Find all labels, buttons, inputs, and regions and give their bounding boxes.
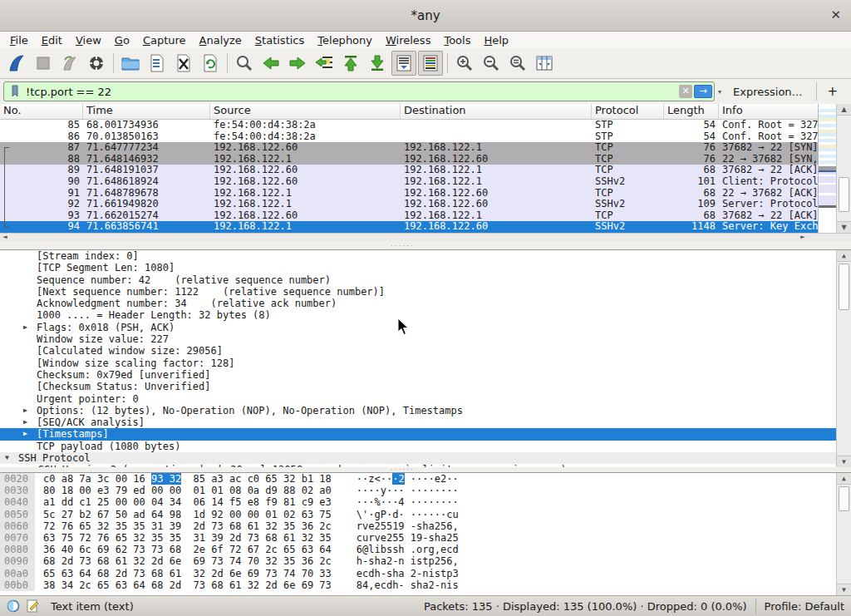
packet-row-91[interactable]: 9171.648789678192.168.122.1192.168.122.6… [0, 188, 818, 200]
collapsed-arrow-icon[interactable]: ▶ [23, 428, 27, 440]
detail-line[interactable]: ▶[SEQ/ACK analysis] [0, 416, 851, 428]
hex-row-0070[interactable]: 007063 75 72 76 65 32 35 35 31 39 2d 73 … [0, 532, 851, 544]
detail-line[interactable]: [Next sequence number: 1122 (relative se… [0, 286, 851, 298]
packet-row-93[interactable]: 9371.662015274192.168.122.60192.168.122.… [0, 210, 818, 222]
packet-list-minimap[interactable] [818, 104, 836, 233]
column-header-source[interactable]: Source [210, 104, 401, 119]
bytes-vscrollbar[interactable]: ▲ ▼ [836, 473, 851, 595]
hex-row-0030[interactable]: 003080 18 00 e3 79 ed 00 00 01 01 08 0a … [0, 485, 851, 496]
detail-line[interactable]: ▼SSH Protocol [0, 452, 851, 464]
scroll-up-arrow[interactable]: ▲ [837, 104, 851, 116]
stop-capture-button[interactable] [31, 51, 56, 76]
find-packet-button[interactable] [232, 51, 257, 76]
scroll-up-arrow[interactable]: ▲ [837, 250, 851, 262]
resize-columns-button[interactable] [532, 51, 557, 76]
scroll-down-arrow[interactable]: ▼ [837, 221, 851, 233]
hex-row-00b0[interactable]: 00b038 34 2c 65 63 64 68 2d 73 68 61 32 … [0, 579, 851, 591]
hex-row-00a0[interactable]: 00a065 63 64 68 2d 73 68 61 32 2d 6e 69 … [0, 568, 851, 579]
go-back-button[interactable] [258, 51, 283, 76]
scroll-down-arrow[interactable]: ▼ [837, 584, 851, 595]
start-capture-button[interactable] [4, 51, 29, 76]
packet-row-88[interactable]: 8871.648146932192.168.122.1192.168.122.6… [0, 154, 818, 165]
menu-file[interactable]: File [3, 33, 35, 47]
go-last-button[interactable] [365, 51, 390, 76]
menu-edit[interactable]: Edit [35, 33, 69, 47]
colorize-packets-button[interactable] [418, 51, 443, 76]
clear-filter-button[interactable]: ✕ [679, 85, 692, 98]
capture-comment-icon[interactable] [27, 599, 39, 613]
expression-button[interactable]: Expression… [725, 86, 811, 98]
pane-splitter-1[interactable]: ······ [0, 241, 851, 249]
detail-line[interactable]: Acknowledgment number: 34 (relative ack … [0, 298, 851, 309]
expert-info-icon[interactable] [7, 599, 20, 613]
capture-options-button[interactable] [84, 51, 109, 76]
column-header-no[interactable]: No. [0, 104, 83, 119]
add-filter-button[interactable]: + [817, 84, 848, 99]
scroll-left-arrow[interactable]: ◄ [0, 234, 10, 241]
close-window-button[interactable]: ✕ [830, 7, 841, 22]
packet-row-86[interactable]: 8670.013850163fe:54:00:d4:38:2aSTP54Conf… [0, 131, 818, 143]
apply-filter-button[interactable]: → [694, 85, 712, 98]
scroll-right-arrow[interactable]: ► [798, 234, 808, 241]
detail-line[interactable]: 1000 .... = Header Length: 32 bytes (8) [0, 309, 851, 321]
packet-row-87[interactable]: 8771.647777234192.168.122.60192.168.122.… [0, 142, 818, 154]
menu-tools[interactable]: Tools [437, 33, 477, 47]
hex-row-0050[interactable]: 00505c 27 b2 67 50 ad 64 98 1d 92 00 00 … [0, 509, 851, 520]
menu-view[interactable]: View [69, 33, 108, 47]
reload-capture-file-button[interactable] [198, 51, 223, 76]
menu-statistics[interactable]: Statistics [248, 33, 311, 47]
packet-row-90[interactable]: 9071.648618924192.168.122.60192.168.122.… [0, 176, 818, 188]
packet-row-94[interactable]: 9471.663856741192.168.122.1192.168.122.6… [0, 221, 818, 233]
hex-row-0090[interactable]: 009068 2d 73 68 61 32 2d 6e 69 73 74 70 … [0, 555, 851, 567]
column-header-length[interactable]: Length [664, 104, 719, 119]
detail-line[interactable]: Sequence number: 42 (relative sequence n… [0, 274, 851, 286]
scroll-down-arrow[interactable]: ▼ [837, 456, 851, 467]
hex-row-0060[interactable]: 006072 76 65 32 35 35 31 39 2d 73 68 61 … [0, 520, 851, 532]
zoom-out-button[interactable] [479, 51, 504, 76]
auto-scroll-button[interactable] [391, 51, 416, 76]
collapsed-arrow-icon[interactable]: ▶ [23, 405, 27, 416]
go-forward-button[interactable] [285, 51, 310, 76]
zoom-in-button[interactable] [452, 51, 477, 76]
hex-row-0080[interactable]: 008036 40 6c 69 62 73 73 68 2e 6f 72 67 … [0, 544, 851, 555]
detail-line[interactable]: [Stream index: 0] [0, 250, 851, 262]
display-filter-input[interactable] [26, 83, 679, 100]
column-header-destination[interactable]: Destination [401, 104, 592, 119]
detail-line[interactable]: ▶[Timestamps] [0, 428, 851, 440]
close-capture-file-button[interactable] [171, 51, 196, 76]
open-capture-file-button[interactable] [118, 51, 143, 76]
hex-row-0020[interactable]: 0020c0 a8 7a 3c 00 16 93 32 85 a3 ac c0 … [0, 473, 851, 485]
menu-telephony[interactable]: Telephony [311, 33, 379, 47]
packet-row-85[interactable]: 8568.001734936fe:54:00:d4:38:2aSTP54Conf… [0, 120, 818, 131]
column-header-time[interactable]: Time [83, 104, 210, 119]
detail-line[interactable]: ▶Options: (12 bytes), No-Operation (NOP)… [0, 405, 851, 416]
menu-capture[interactable]: Capture [136, 33, 193, 47]
scroll-thumb[interactable] [839, 177, 849, 212]
detail-line[interactable]: Checksum: 0x79ed [unverified] [0, 369, 851, 381]
restart-capture-button[interactable] [57, 51, 82, 76]
detail-line[interactable]: [Checksum Status: Unverified] [0, 381, 851, 392]
display-filter-field[interactable]: ✕ → [3, 81, 715, 101]
menu-help[interactable]: Help [477, 33, 515, 47]
scroll-thumb[interactable] [839, 264, 849, 310]
go-to-packet-button[interactable] [312, 51, 337, 76]
details-vscrollbar[interactable]: ▲ ▼ [836, 250, 851, 467]
detail-line[interactable]: TCP payload (1080 bytes) [0, 441, 851, 452]
detail-line[interactable]: ▶Flags: 0x018 (PSH, ACK) [0, 322, 851, 333]
packet-list-vscrollbar[interactable]: ▲ ▼ [836, 104, 851, 233]
collapsed-arrow-icon[interactable]: ▶ [23, 322, 27, 333]
packet-row-89[interactable]: 8971.648191037192.168.122.60192.168.122.… [0, 165, 818, 176]
filter-history-dropdown[interactable]: ▾ [715, 88, 725, 96]
collapsed-arrow-icon[interactable]: ▶ [23, 416, 27, 428]
profile-status[interactable]: Profile: Default [765, 600, 844, 613]
go-first-button[interactable] [338, 51, 363, 76]
detail-line[interactable]: [Calculated window size: 29056] [0, 345, 851, 357]
packet-row-92[interactable]: 9271.661949820192.168.122.1192.168.122.6… [0, 199, 818, 210]
menu-go[interactable]: Go [108, 33, 136, 47]
menu-wireless[interactable]: Wireless [379, 33, 437, 47]
detail-line[interactable]: Window size value: 227 [0, 333, 851, 345]
hex-row-0040[interactable]: 0040a1 dd c1 25 00 00 04 34 06 14 f5 e8 … [0, 496, 851, 508]
detail-line[interactable]: Urgent pointer: 0 [0, 393, 851, 405]
column-header-protocol[interactable]: Protocol [592, 104, 664, 119]
scroll-up-arrow[interactable]: ▲ [837, 473, 851, 485]
